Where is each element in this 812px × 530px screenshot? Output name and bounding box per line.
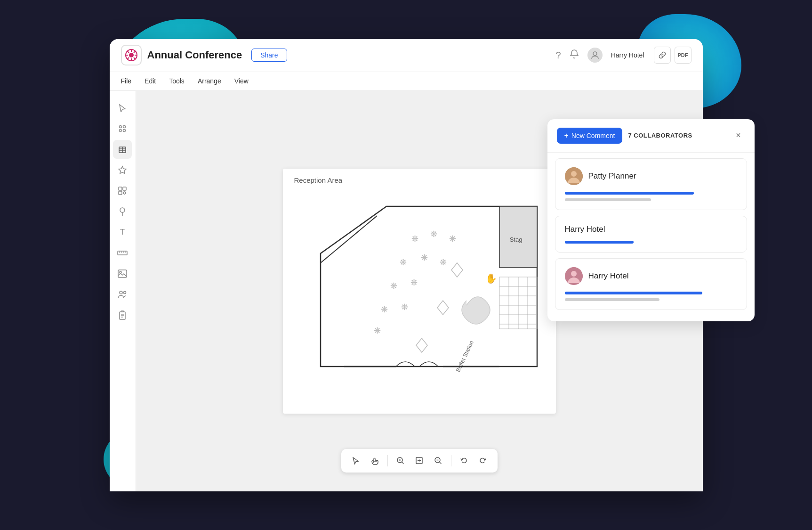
menu-view[interactable]: View [234, 75, 249, 87]
svg-point-13 [120, 129, 122, 131]
comment-card-3: Harry Hotel [555, 258, 747, 310]
comment-line-gray-1 [565, 198, 651, 201]
pdf-icon-btn[interactable]: PDF [675, 47, 691, 64]
svg-rect-28 [118, 251, 127, 255]
header: Annual Conference Share ? Harry Hotel [110, 39, 703, 72]
new-comment-button[interactable]: + New Comment [557, 128, 623, 144]
header-actions: PDF [654, 47, 691, 64]
bottom-hand-tool[interactable] [367, 453, 383, 469]
svg-text:❋: ❋ [373, 326, 380, 335]
svg-text:❋: ❋ [430, 229, 437, 239]
svg-line-70 [402, 462, 404, 464]
close-icon: × [736, 130, 741, 140]
svg-point-27 [120, 208, 125, 212]
comments-list: Patty Planner Harry Hotel [547, 153, 755, 321]
fit-to-screen-btn[interactable] [411, 453, 427, 469]
menu-file[interactable]: File [121, 75, 132, 87]
tool-shapes[interactable] [113, 119, 132, 138]
svg-text:❋: ❋ [390, 281, 397, 291]
svg-rect-20 [123, 187, 126, 190]
comment-username-2: Harry Hotel [565, 225, 737, 234]
tool-clipboard[interactable] [113, 306, 132, 325]
svg-rect-21 [119, 191, 122, 195]
avatar-img-1 [565, 167, 583, 185]
help-icon[interactable]: ? [556, 50, 561, 61]
comment-content-lines-1 [565, 192, 737, 201]
tool-people[interactable] [113, 285, 132, 304]
svg-point-36 [124, 291, 126, 294]
comments-header: + New Comment 7 COLLABORATORS × [547, 119, 755, 153]
tool-image[interactable] [113, 264, 132, 283]
comment-content-lines-3 [565, 292, 737, 301]
undo-btn[interactable] [456, 453, 472, 469]
tool-text[interactable]: T [113, 223, 132, 242]
comment-line-blue-2 [565, 241, 634, 244]
svg-rect-19 [119, 187, 122, 190]
comment-content-lines-2 [565, 241, 737, 244]
svg-line-8 [134, 51, 136, 53]
share-button[interactable]: Share [251, 49, 287, 62]
svg-text:Buffet Station: Buffet Station [454, 339, 474, 373]
svg-point-14 [123, 129, 126, 131]
comment-avatar-1 [565, 167, 583, 185]
svg-point-12 [123, 125, 126, 128]
svg-text:Stag: Stag [509, 236, 522, 243]
svg-point-80 [571, 271, 577, 277]
svg-point-11 [120, 125, 122, 128]
svg-line-76 [440, 462, 442, 464]
svg-text:❋: ❋ [399, 258, 406, 267]
svg-line-6 [127, 51, 129, 53]
tool-ruler[interactable] [113, 244, 132, 262]
comment-card-2: Harry Hotel [555, 216, 747, 253]
app-title: Annual Conference [147, 49, 242, 61]
comment-line-blue-1 [565, 192, 694, 195]
tool-table[interactable] [113, 140, 132, 159]
menu-edit[interactable]: Edit [145, 75, 156, 87]
svg-text:✋: ✋ [485, 273, 497, 284]
bell-icon[interactable] [570, 49, 579, 62]
close-comments-button[interactable]: × [732, 129, 745, 142]
comment-avatar-3 [565, 267, 583, 285]
comment-line-gray-3 [565, 298, 659, 301]
comment-line-blue-3 [565, 292, 703, 294]
tool-select[interactable] [113, 98, 132, 117]
comment-user-row-3: Harry Hotel [565, 267, 737, 285]
app-window: Annual Conference Share ? Harry Hotel [110, 39, 703, 491]
svg-text:❋: ❋ [401, 302, 408, 312]
zoom-out-btn[interactable] [430, 453, 446, 469]
menu-tools[interactable]: Tools [169, 75, 185, 87]
user-avatar [587, 48, 603, 63]
plus-icon: + [564, 131, 569, 140]
svg-point-78 [571, 171, 577, 177]
tool-pin[interactable] [113, 202, 132, 221]
comment-username-1: Patty Planner [588, 171, 636, 181]
avatar-img-3 [565, 267, 583, 285]
svg-text:❋: ❋ [410, 278, 417, 287]
svg-text:❋: ❋ [420, 253, 427, 262]
svg-point-22 [123, 192, 126, 194]
redo-btn[interactable] [475, 453, 491, 469]
canvas-area: Reception Area Stag [136, 91, 703, 491]
zoom-in-btn[interactable] [393, 453, 409, 469]
app-logo [121, 45, 142, 65]
collaborators-label: 7 COLLABORATORS [628, 132, 726, 139]
link-icon-btn[interactable] [654, 47, 671, 64]
logo-icon [125, 49, 138, 62]
floor-plan-svg: Stag Buffet Sta [283, 169, 556, 414]
comments-panel: + New Comment 7 COLLABORATORS × [547, 119, 755, 321]
tool-star[interactable] [113, 161, 132, 179]
header-right: ? Harry Hotel [556, 48, 644, 63]
svg-text:❋: ❋ [449, 234, 456, 244]
svg-point-10 [593, 52, 597, 56]
svg-rect-33 [118, 270, 127, 277]
svg-point-1 [129, 53, 134, 57]
svg-point-35 [120, 291, 122, 294]
main-content: T [110, 91, 703, 491]
comment-user-row-1: Patty Planner [565, 167, 737, 185]
menu-arrange[interactable]: Arrange [198, 75, 221, 87]
canvas[interactable]: Reception Area Stag [283, 169, 556, 414]
tool-settings[interactable] [113, 181, 132, 200]
new-comment-label: New Comment [571, 132, 615, 139]
bottom-select-tool[interactable] [348, 453, 364, 469]
user-name: Harry Hotel [611, 51, 644, 59]
